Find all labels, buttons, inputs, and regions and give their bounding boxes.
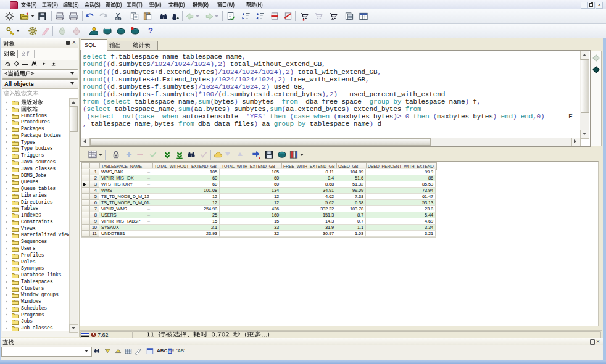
svg-text:B: B [168, 349, 172, 354]
